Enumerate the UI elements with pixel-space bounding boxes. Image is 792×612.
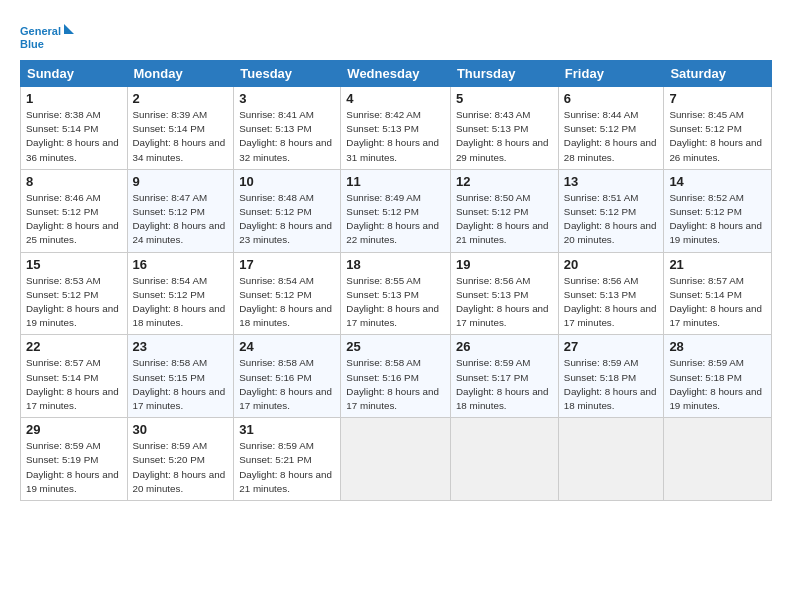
day-number: 18 bbox=[346, 257, 445, 272]
day-info: Sunrise: 8:58 AMSunset: 5:16 PMDaylight:… bbox=[346, 356, 445, 413]
day-info: Sunrise: 8:59 AMSunset: 5:21 PMDaylight:… bbox=[239, 439, 335, 496]
day-info: Sunrise: 8:42 AMSunset: 5:13 PMDaylight:… bbox=[346, 108, 445, 165]
day-number: 23 bbox=[133, 339, 229, 354]
day-info: Sunrise: 8:44 AMSunset: 5:12 PMDaylight:… bbox=[564, 108, 659, 165]
day-info: Sunrise: 8:59 AMSunset: 5:17 PMDaylight:… bbox=[456, 356, 553, 413]
calendar-cell: 7Sunrise: 8:45 AMSunset: 5:12 PMDaylight… bbox=[664, 87, 772, 170]
calendar-week-row: 22Sunrise: 8:57 AMSunset: 5:14 PMDayligh… bbox=[21, 335, 772, 418]
day-number: 7 bbox=[669, 91, 766, 106]
calendar-cell bbox=[558, 418, 664, 501]
day-info: Sunrise: 8:56 AMSunset: 5:13 PMDaylight:… bbox=[564, 274, 659, 331]
calendar-header-cell: Sunday bbox=[21, 61, 128, 87]
day-number: 1 bbox=[26, 91, 122, 106]
day-number: 15 bbox=[26, 257, 122, 272]
svg-text:Blue: Blue bbox=[20, 38, 44, 50]
day-info: Sunrise: 8:54 AMSunset: 5:12 PMDaylight:… bbox=[239, 274, 335, 331]
calendar-cell bbox=[341, 418, 451, 501]
calendar-cell: 30Sunrise: 8:59 AMSunset: 5:20 PMDayligh… bbox=[127, 418, 234, 501]
calendar-week-row: 15Sunrise: 8:53 AMSunset: 5:12 PMDayligh… bbox=[21, 252, 772, 335]
calendar-cell: 13Sunrise: 8:51 AMSunset: 5:12 PMDayligh… bbox=[558, 169, 664, 252]
day-info: Sunrise: 8:59 AMSunset: 5:18 PMDaylight:… bbox=[669, 356, 766, 413]
calendar-week-row: 29Sunrise: 8:59 AMSunset: 5:19 PMDayligh… bbox=[21, 418, 772, 501]
calendar-header-cell: Wednesday bbox=[341, 61, 451, 87]
calendar-header-row: SundayMondayTuesdayWednesdayThursdayFrid… bbox=[21, 61, 772, 87]
day-number: 14 bbox=[669, 174, 766, 189]
day-info: Sunrise: 8:38 AMSunset: 5:14 PMDaylight:… bbox=[26, 108, 122, 165]
day-info: Sunrise: 8:54 AMSunset: 5:12 PMDaylight:… bbox=[133, 274, 229, 331]
calendar-week-row: 1Sunrise: 8:38 AMSunset: 5:14 PMDaylight… bbox=[21, 87, 772, 170]
day-info: Sunrise: 8:48 AMSunset: 5:12 PMDaylight:… bbox=[239, 191, 335, 248]
day-number: 4 bbox=[346, 91, 445, 106]
day-number: 29 bbox=[26, 422, 122, 437]
day-number: 26 bbox=[456, 339, 553, 354]
calendar-cell: 24Sunrise: 8:58 AMSunset: 5:16 PMDayligh… bbox=[234, 335, 341, 418]
calendar-cell bbox=[664, 418, 772, 501]
calendar-cell: 6Sunrise: 8:44 AMSunset: 5:12 PMDaylight… bbox=[558, 87, 664, 170]
calendar-cell: 27Sunrise: 8:59 AMSunset: 5:18 PMDayligh… bbox=[558, 335, 664, 418]
svg-marker-2 bbox=[64, 24, 74, 34]
svg-text:General: General bbox=[20, 25, 61, 37]
calendar-cell: 25Sunrise: 8:58 AMSunset: 5:16 PMDayligh… bbox=[341, 335, 451, 418]
day-info: Sunrise: 8:52 AMSunset: 5:12 PMDaylight:… bbox=[669, 191, 766, 248]
calendar-cell: 29Sunrise: 8:59 AMSunset: 5:19 PMDayligh… bbox=[21, 418, 128, 501]
day-info: Sunrise: 8:55 AMSunset: 5:13 PMDaylight:… bbox=[346, 274, 445, 331]
day-info: Sunrise: 8:57 AMSunset: 5:14 PMDaylight:… bbox=[26, 356, 122, 413]
calendar-body: 1Sunrise: 8:38 AMSunset: 5:14 PMDaylight… bbox=[21, 87, 772, 501]
calendar-header-cell: Tuesday bbox=[234, 61, 341, 87]
day-info: Sunrise: 8:51 AMSunset: 5:12 PMDaylight:… bbox=[564, 191, 659, 248]
day-number: 12 bbox=[456, 174, 553, 189]
day-number: 31 bbox=[239, 422, 335, 437]
day-info: Sunrise: 8:58 AMSunset: 5:15 PMDaylight:… bbox=[133, 356, 229, 413]
day-number: 8 bbox=[26, 174, 122, 189]
calendar-cell: 15Sunrise: 8:53 AMSunset: 5:12 PMDayligh… bbox=[21, 252, 128, 335]
day-info: Sunrise: 8:57 AMSunset: 5:14 PMDaylight:… bbox=[669, 274, 766, 331]
calendar-week-row: 8Sunrise: 8:46 AMSunset: 5:12 PMDaylight… bbox=[21, 169, 772, 252]
day-number: 10 bbox=[239, 174, 335, 189]
calendar-cell: 10Sunrise: 8:48 AMSunset: 5:12 PMDayligh… bbox=[234, 169, 341, 252]
calendar-cell: 20Sunrise: 8:56 AMSunset: 5:13 PMDayligh… bbox=[558, 252, 664, 335]
day-number: 16 bbox=[133, 257, 229, 272]
calendar-cell: 18Sunrise: 8:55 AMSunset: 5:13 PMDayligh… bbox=[341, 252, 451, 335]
calendar-cell: 21Sunrise: 8:57 AMSunset: 5:14 PMDayligh… bbox=[664, 252, 772, 335]
calendar-cell: 22Sunrise: 8:57 AMSunset: 5:14 PMDayligh… bbox=[21, 335, 128, 418]
day-info: Sunrise: 8:45 AMSunset: 5:12 PMDaylight:… bbox=[669, 108, 766, 165]
calendar-cell: 11Sunrise: 8:49 AMSunset: 5:12 PMDayligh… bbox=[341, 169, 451, 252]
calendar-cell: 26Sunrise: 8:59 AMSunset: 5:17 PMDayligh… bbox=[450, 335, 558, 418]
calendar-cell: 1Sunrise: 8:38 AMSunset: 5:14 PMDaylight… bbox=[21, 87, 128, 170]
calendar-cell: 17Sunrise: 8:54 AMSunset: 5:12 PMDayligh… bbox=[234, 252, 341, 335]
calendar-cell: 23Sunrise: 8:58 AMSunset: 5:15 PMDayligh… bbox=[127, 335, 234, 418]
logo: General Blue bbox=[20, 22, 75, 54]
day-info: Sunrise: 8:59 AMSunset: 5:20 PMDaylight:… bbox=[133, 439, 229, 496]
day-number: 6 bbox=[564, 91, 659, 106]
day-number: 11 bbox=[346, 174, 445, 189]
day-number: 5 bbox=[456, 91, 553, 106]
day-number: 21 bbox=[669, 257, 766, 272]
day-number: 3 bbox=[239, 91, 335, 106]
day-info: Sunrise: 8:49 AMSunset: 5:12 PMDaylight:… bbox=[346, 191, 445, 248]
day-number: 22 bbox=[26, 339, 122, 354]
header: General Blue bbox=[20, 18, 772, 54]
day-info: Sunrise: 8:47 AMSunset: 5:12 PMDaylight:… bbox=[133, 191, 229, 248]
day-number: 30 bbox=[133, 422, 229, 437]
calendar-cell: 8Sunrise: 8:46 AMSunset: 5:12 PMDaylight… bbox=[21, 169, 128, 252]
calendar-header-cell: Friday bbox=[558, 61, 664, 87]
calendar-cell: 14Sunrise: 8:52 AMSunset: 5:12 PMDayligh… bbox=[664, 169, 772, 252]
day-number: 27 bbox=[564, 339, 659, 354]
day-number: 2 bbox=[133, 91, 229, 106]
calendar-cell bbox=[450, 418, 558, 501]
calendar-cell: 31Sunrise: 8:59 AMSunset: 5:21 PMDayligh… bbox=[234, 418, 341, 501]
day-info: Sunrise: 8:41 AMSunset: 5:13 PMDaylight:… bbox=[239, 108, 335, 165]
day-number: 9 bbox=[133, 174, 229, 189]
calendar-cell: 2Sunrise: 8:39 AMSunset: 5:14 PMDaylight… bbox=[127, 87, 234, 170]
day-info: Sunrise: 8:39 AMSunset: 5:14 PMDaylight:… bbox=[133, 108, 229, 165]
day-number: 28 bbox=[669, 339, 766, 354]
day-number: 19 bbox=[456, 257, 553, 272]
calendar-cell: 3Sunrise: 8:41 AMSunset: 5:13 PMDaylight… bbox=[234, 87, 341, 170]
calendar-cell: 19Sunrise: 8:56 AMSunset: 5:13 PMDayligh… bbox=[450, 252, 558, 335]
day-info: Sunrise: 8:59 AMSunset: 5:19 PMDaylight:… bbox=[26, 439, 122, 496]
calendar-header-cell: Thursday bbox=[450, 61, 558, 87]
day-info: Sunrise: 8:50 AMSunset: 5:12 PMDaylight:… bbox=[456, 191, 553, 248]
calendar-cell: 28Sunrise: 8:59 AMSunset: 5:18 PMDayligh… bbox=[664, 335, 772, 418]
day-number: 24 bbox=[239, 339, 335, 354]
page-container: General Blue SundayMondayTuesdayWednesda… bbox=[0, 0, 792, 511]
